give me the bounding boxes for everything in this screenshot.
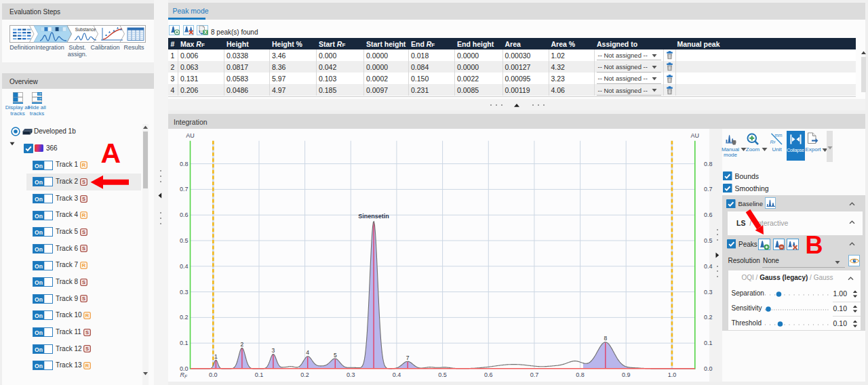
svg-text:0.1: 0.1	[254, 371, 263, 378]
svg-text:On: On	[35, 245, 43, 252]
svg-text:On: On	[35, 346, 43, 352]
svg-text:0.6: 0.6	[704, 211, 713, 218]
svg-text:R: R	[81, 262, 85, 268]
svg-text:0.9: 0.9	[621, 371, 630, 378]
svg-text:On: On	[35, 363, 43, 369]
svg-text:S: S	[81, 229, 85, 235]
svg-text:On: On	[35, 179, 43, 186]
svg-text:Off: Off	[38, 92, 42, 96]
svg-text:Off: Off	[38, 97, 42, 100]
svg-text:On: On	[35, 162, 43, 169]
svg-text:mm: mm	[775, 133, 783, 138]
svg-text:0.7: 0.7	[704, 186, 713, 193]
svg-text:3: 3	[271, 347, 275, 354]
svg-text:Sinensetin: Sinensetin	[358, 214, 389, 220]
svg-text:S: S	[85, 346, 89, 352]
svg-text:S: S	[81, 246, 85, 252]
svg-text:5: 5	[333, 352, 336, 359]
svg-text:R: R	[85, 312, 90, 319]
svg-text:0.0: 0.0	[209, 371, 218, 378]
svg-text:1: 1	[214, 353, 218, 360]
svg-text:4: 4	[306, 349, 309, 356]
svg-text:On: On	[35, 329, 43, 336]
svg-text:0.8: 0.8	[704, 161, 713, 167]
svg-text:0.4: 0.4	[704, 263, 713, 270]
svg-text:2: 2	[240, 341, 243, 348]
svg-text:S: S	[81, 179, 85, 185]
svg-text:7: 7	[406, 354, 409, 361]
svg-text:X: X	[203, 30, 207, 35]
svg-text:0.2: 0.2	[704, 315, 713, 321]
svg-text:R: R	[81, 212, 85, 218]
svg-text:S: S	[85, 329, 89, 336]
svg-text:0.2: 0.2	[179, 315, 188, 321]
svg-text:AU: AU	[186, 132, 195, 139]
svg-text:R: R	[85, 363, 90, 369]
svg-text:0.8: 0.8	[179, 161, 188, 167]
svg-text:R: R	[81, 162, 85, 168]
svg-text:RF: RF	[180, 371, 188, 379]
svg-text:On: On	[35, 195, 43, 202]
svg-text:S: S	[81, 296, 85, 302]
svg-text:S: S	[81, 279, 85, 285]
svg-text:0.8: 0.8	[576, 371, 585, 378]
svg-text:0.0: 0.0	[704, 365, 713, 372]
svg-text:0.4: 0.4	[392, 371, 401, 378]
svg-text:RF: RF	[770, 140, 776, 144]
svg-text:On: On	[35, 312, 43, 319]
svg-text:0.1: 0.1	[179, 340, 188, 346]
svg-text:0.4: 0.4	[179, 263, 188, 270]
svg-text:0.3: 0.3	[179, 289, 188, 296]
svg-text:0.7: 0.7	[530, 371, 538, 378]
svg-text:On: On	[35, 262, 43, 269]
svg-text:0.2: 0.2	[300, 371, 309, 378]
svg-text:On: On	[35, 229, 43, 236]
svg-text:0.5: 0.5	[704, 237, 713, 244]
svg-text:1.0: 1.0	[667, 371, 676, 378]
svg-text:S: S	[81, 196, 85, 202]
svg-text:8: 8	[604, 336, 607, 342]
svg-text:0.3: 0.3	[347, 371, 355, 378]
svg-text:On: On	[35, 279, 43, 286]
svg-text:0.6: 0.6	[179, 211, 188, 218]
svg-text:0.1: 0.1	[704, 340, 713, 346]
svg-text:Substance: Substance	[75, 26, 96, 31]
svg-text:0.3: 0.3	[704, 289, 713, 296]
svg-text:0.5: 0.5	[438, 371, 447, 378]
svg-text:AU: AU	[690, 132, 699, 139]
svg-text:0.5: 0.5	[179, 237, 188, 244]
svg-text:0.6: 0.6	[484, 371, 493, 378]
svg-text:On: On	[35, 296, 43, 302]
svg-text:0.7: 0.7	[179, 186, 188, 193]
svg-text:On: On	[35, 212, 43, 219]
